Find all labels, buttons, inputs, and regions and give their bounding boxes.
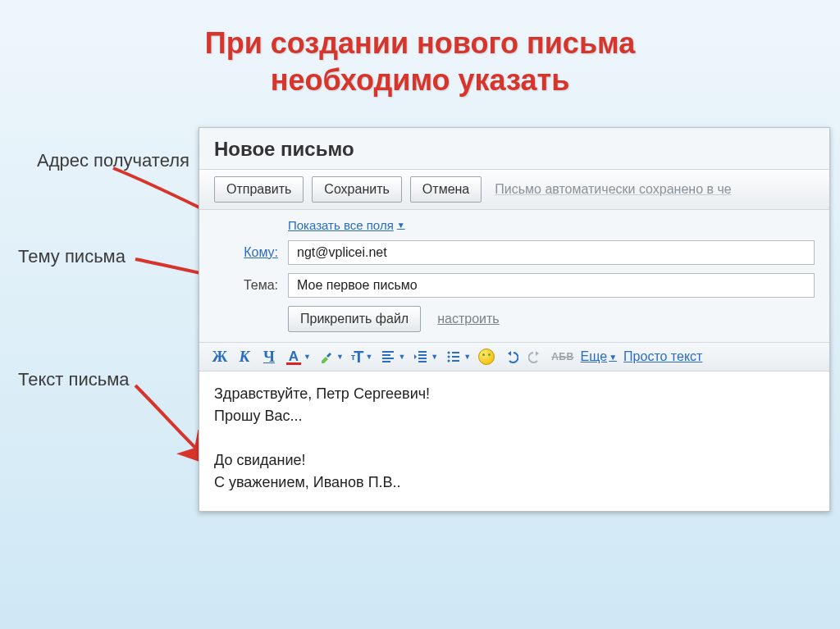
save-button[interactable]: Сохранить — [312, 176, 402, 203]
clear-formatting-button[interactable]: АБВ — [551, 348, 573, 366]
align-button[interactable] — [379, 348, 397, 366]
font-size-button[interactable]: тТ — [350, 348, 365, 366]
attach-file-button[interactable]: Прикрепить файл — [288, 306, 421, 332]
to-input[interactable] — [288, 240, 815, 265]
callout-subject: Тему письма — [18, 246, 126, 267]
main-toolbar: Отправить Сохранить Отмена Письмо автома… — [199, 169, 829, 210]
highlight-dropdown-icon[interactable]: ▼ — [336, 353, 344, 361]
message-body[interactable]: Здравствуйте, Петр Сергеевич! Прошу Вас.… — [199, 371, 829, 511]
compose-window: Новое письмо Отправить Сохранить Отмена … — [199, 127, 830, 512]
attach-row: Прикрепить файл настроить — [288, 306, 815, 332]
subject-input[interactable] — [288, 273, 815, 298]
svg-point-2 — [448, 360, 450, 362]
show-all-fields-label: Показать все поля — [288, 218, 394, 232]
svg-point-0 — [448, 352, 450, 354]
emoji-button[interactable] — [477, 348, 495, 366]
autosave-status: Письмо автоматически сохранено в че — [495, 182, 731, 197]
more-chevron-icon: ▼ — [609, 353, 617, 362]
send-button[interactable]: Отправить — [214, 176, 304, 203]
callout-recipient: Адрес получателя — [37, 150, 189, 171]
fields-area: Показать все поля ▼ Кому: Тема: Прикрепи… — [199, 210, 829, 342]
subject-row: Тема: — [214, 273, 815, 298]
redo-button[interactable] — [527, 348, 545, 366]
list-button[interactable] — [445, 348, 463, 366]
format-toolbar: Ж К Ч A ▼ ▼ тТ ▼ ▼ ▼ — [199, 342, 829, 371]
indent-button[interactable] — [412, 348, 430, 366]
more-link[interactable]: Еще▼ — [581, 349, 617, 364]
window-title: Новое письмо — [199, 128, 829, 169]
more-label: Еще — [581, 349, 608, 364]
show-all-fields-link[interactable]: Показать все поля ▼ — [288, 218, 405, 232]
to-label[interactable]: Кому: — [214, 245, 288, 260]
align-dropdown-icon[interactable]: ▼ — [398, 353, 405, 361]
highlight-button[interactable] — [317, 348, 336, 366]
undo-button[interactable] — [502, 348, 520, 366]
callout-body: Текст письма — [18, 369, 130, 390]
slide-title: При создании нового письма необходимо ук… — [0, 0, 840, 98]
to-row: Кому: — [214, 240, 815, 265]
svg-point-1 — [448, 356, 450, 358]
underline-button[interactable]: Ч — [260, 348, 278, 366]
text-color-button[interactable]: A — [285, 348, 303, 366]
italic-button[interactable]: К — [235, 348, 253, 366]
text-color-dropdown-icon[interactable]: ▼ — [304, 353, 311, 361]
list-dropdown-icon[interactable]: ▼ — [463, 353, 471, 361]
font-size-dropdown-icon[interactable]: ▼ — [365, 353, 372, 361]
chevron-down-icon: ▼ — [397, 221, 405, 230]
slide-title-line2: необходимо указать — [271, 63, 570, 97]
subject-label: Тема: — [214, 278, 288, 293]
cancel-button[interactable]: Отмена — [410, 176, 482, 203]
slide-title-line1: При создании нового письма — [205, 26, 635, 60]
bold-button[interactable]: Ж — [211, 348, 229, 366]
configure-link[interactable]: настроить — [437, 312, 499, 326]
plain-text-link[interactable]: Просто текст — [623, 349, 702, 364]
smiley-icon — [478, 349, 495, 365]
indent-dropdown-icon[interactable]: ▼ — [431, 353, 438, 361]
